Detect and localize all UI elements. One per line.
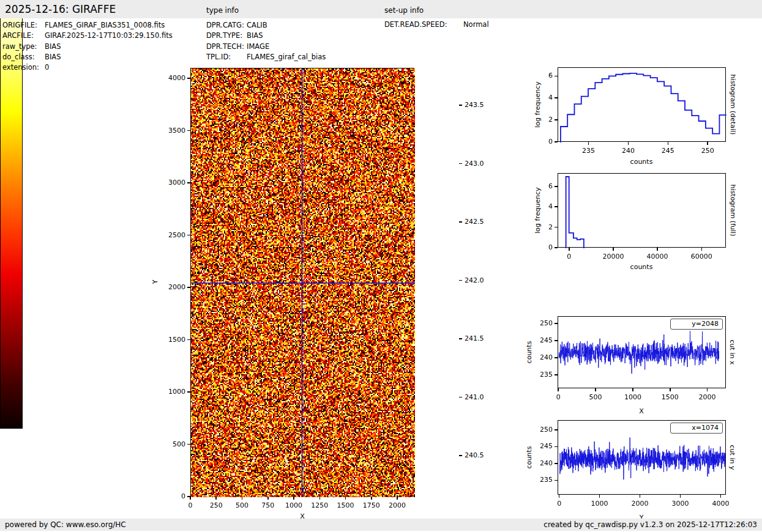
y-tick-label: 245: [516, 442, 553, 450]
file-info-row-doclass: do_class: BIAS: [2, 53, 35, 61]
field-value: FLAMES_giraf_cal_bias: [247, 53, 326, 61]
y-tick: [187, 78, 190, 79]
y-tick-label: 4: [516, 202, 553, 210]
setup-info-section-label: set-up info: [384, 6, 424, 15]
y-tick-label: 6: [516, 72, 553, 79]
y-tick-label: 0: [516, 138, 553, 146]
cut-in-x-legend: y=2048: [670, 319, 723, 330]
x-tick-label: 2000: [686, 393, 729, 401]
x-tick-label: 0: [548, 253, 591, 260]
file-info-row-arcfile: ARCFILE: GIRAF.2025-12-17T10:03:29.150.f…: [2, 31, 34, 40]
setup-info-row-readspeed: DET.READ.SPEED: Normal: [384, 20, 447, 29]
x-tick: [215, 497, 217, 500]
x-tick-label: 235: [567, 147, 610, 155]
field-label: ARCFILE:: [2, 31, 34, 40]
x-tick: [701, 248, 703, 251]
legend-line-swatch: [674, 323, 688, 324]
x-tick: [707, 388, 708, 391]
y-tick: [555, 76, 558, 77]
x-tick: [242, 497, 243, 500]
x-tick: [680, 495, 681, 498]
colorbar-tick: [459, 221, 462, 223]
x-tick: [558, 388, 559, 391]
colorbar-tick-label: 240.5: [465, 451, 484, 459]
legend-label: y=2048: [692, 320, 719, 328]
y-tick: [555, 429, 558, 430]
colorbar-tick-label: 241.0: [465, 393, 484, 401]
x-tick: [632, 388, 633, 391]
y-tick: [555, 357, 558, 358]
x-tick: [293, 497, 294, 500]
histogram-detail-xlabel: counts: [605, 158, 678, 166]
colorbar-tick: [459, 455, 462, 456]
type-info-row-dprtype: DPR.TYPE: BIAS: [206, 31, 242, 40]
file-info-row-extension: extension: 0: [2, 63, 39, 72]
field-label: TPL.ID:: [206, 53, 231, 61]
y-tick-label: 4000: [149, 74, 185, 82]
type-info-section-label: type info: [206, 6, 239, 15]
cut-in-y-legend: x=1074: [670, 423, 723, 434]
x-tick: [371, 497, 372, 500]
y-tick: [555, 119, 558, 120]
y-tick-label: 1000: [149, 388, 185, 396]
y-tick: [187, 235, 190, 236]
histogram-full-plot: [558, 173, 726, 248]
x-tick: [657, 248, 658, 251]
y-tick-label: 2000: [149, 283, 185, 291]
y-tick-label: 250: [516, 426, 553, 434]
field-label: DPR.TECH:: [206, 42, 244, 51]
y-tick-label: 3000: [149, 179, 185, 187]
histogram-full-xlabel: counts: [605, 263, 678, 271]
bias-image-plot: [190, 68, 414, 497]
y-tick-label: 250: [516, 319, 553, 327]
y-tick-label: 500: [149, 440, 185, 448]
colorbar-tick: [459, 338, 462, 339]
x-tick: [613, 248, 614, 251]
colorbar-tick: [459, 397, 462, 398]
x-tick-label: 0: [538, 500, 581, 508]
x-tick-label: 0: [537, 393, 580, 401]
type-info-row-tplid: TPL.ID: FLAMES_giraf_cal_bias: [206, 53, 231, 61]
colorbar-tick-label: 242.5: [465, 218, 484, 226]
colorbar-tick-label: 243.5: [465, 101, 484, 109]
field-label: ORIGFILE:: [2, 21, 37, 29]
x-tick-label: 240: [607, 147, 649, 155]
footer-qc-link[interactable]: powered by QC: www.eso.org/HC: [5, 520, 126, 529]
histogram-full-canvas: [558, 174, 727, 248]
y-tick: [555, 446, 558, 448]
field-label: raw_type:: [2, 42, 37, 51]
x-tick: [569, 248, 570, 251]
field-value: Normal: [463, 20, 489, 29]
type-info-row-dprtech: DPR.TECH: IMAGE: [206, 42, 244, 51]
y-tick: [555, 141, 558, 142]
y-tick: [187, 496, 190, 497]
histogram-detail-canvas: [558, 68, 727, 142]
y-tick-label: 2500: [149, 231, 185, 239]
x-tick: [397, 497, 398, 500]
legend-line-swatch: [674, 427, 688, 428]
type-info-row-dprcatg: DPR.CATG: CALIB: [206, 21, 244, 29]
y-tick-label: 3500: [149, 127, 185, 135]
y-tick-label: 0: [516, 243, 553, 251]
x-tick: [267, 497, 269, 500]
file-info-row-origfile: ORIGFILE: FLAMES_GIRAF_BIAS351_0008.fits: [2, 21, 37, 29]
field-value: IMAGE: [247, 42, 269, 51]
x-tick-label: 2000: [376, 501, 419, 509]
x-tick-label: 40000: [636, 253, 679, 260]
y-tick-label: 2: [516, 223, 553, 231]
y-tick-label: 235: [516, 476, 553, 484]
y-tick-label: 235: [516, 371, 553, 379]
x-tick-label: 3000: [659, 500, 701, 508]
x-tick: [707, 142, 708, 145]
x-tick-label: 4000: [699, 500, 742, 508]
y-tick: [187, 287, 190, 288]
y-tick-label: 245: [516, 336, 553, 344]
x-tick: [595, 388, 596, 391]
cut-in-x-plot: y=2048: [558, 316, 726, 388]
x-tick-label: 1000: [611, 393, 654, 401]
histogram-detail-plot: [558, 67, 726, 142]
qc-report-page: 2025-12-16: GIRAFFE type info set-up inf…: [0, 0, 762, 532]
field-label: extension:: [2, 63, 39, 72]
colorbar-tick: [459, 105, 462, 106]
y-tick: [555, 206, 558, 207]
